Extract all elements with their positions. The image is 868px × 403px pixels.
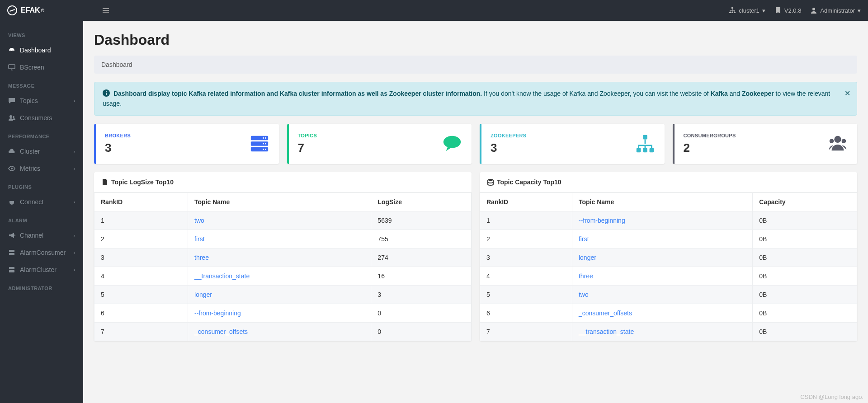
topic-link[interactable]: two	[579, 291, 589, 298]
user-menu[interactable]: Administrator ▾	[810, 7, 861, 14]
cell-rank: 6	[480, 304, 572, 322]
menu-collapse-button[interactable]	[99, 7, 113, 14]
table-logsize: RankID Topic Name LogSize 1two56392first…	[94, 192, 472, 341]
svg-point-26	[443, 136, 461, 148]
cell-value: 0	[371, 304, 472, 322]
chevron-right-icon: ›	[74, 233, 75, 238]
table-row: 1--from-beginning0B	[480, 211, 857, 230]
alert-lead: Dashboard display topic Kafka related in…	[113, 90, 482, 97]
stat-brokers[interactable]: BROKERS 3	[94, 124, 279, 164]
main-content: Dashboard Dashboard Dashboard display to…	[83, 21, 868, 352]
brand-logo[interactable]: EFAK ©	[7, 5, 44, 15]
panel-logsize: Topic LogSize Top10 RankID Topic Name Lo…	[94, 172, 472, 341]
alert-close-button[interactable]: ✕	[844, 88, 850, 99]
sidebar-item-label: AlarmConsumer	[20, 249, 66, 256]
alert-zookeeper-link[interactable]: Zookeeper	[742, 90, 774, 97]
col-rank: RankID	[480, 192, 572, 211]
topic-link[interactable]: first	[194, 235, 205, 243]
svg-point-21	[263, 137, 264, 139]
chevron-right-icon: ›	[74, 149, 75, 154]
topic-link[interactable]: two	[194, 217, 204, 224]
sidebar-item-label: AlarmCluster	[20, 266, 57, 273]
svg-rect-13	[9, 270, 14, 272]
cell-rank: 1	[94, 211, 188, 230]
sidebar-item-alarmconsumer[interactable]: AlarmConsumer›	[0, 244, 83, 261]
cell-rank: 7	[480, 322, 572, 341]
cell-rank: 1	[480, 211, 572, 230]
user-icon	[810, 7, 817, 14]
sidebar-section-title: PERFORMANCE	[0, 127, 83, 143]
sidebar-item-bscreen[interactable]: BScreen	[0, 59, 83, 76]
brand-logo-icon	[7, 5, 17, 15]
stat-topics[interactable]: TOPICS 7	[287, 124, 472, 164]
topic-link[interactable]: longer	[579, 254, 596, 261]
stat-topics-label: TOPICS	[298, 133, 317, 138]
cell-rank: 2	[94, 230, 188, 248]
cluster-label: cluster1	[739, 7, 760, 14]
sidebar-item-label: Metrics	[20, 165, 40, 172]
stat-zookeepers-label: ZOOKEEPERS	[491, 133, 526, 138]
cell-name: _consumer_offsets	[572, 304, 752, 322]
sidebar-item-connect[interactable]: Connect›	[0, 193, 83, 211]
stat-zookeepers[interactable]: ZOOKEEPERS 3	[480, 124, 665, 164]
alert-kafka-link[interactable]: Kafka	[711, 90, 728, 97]
topic-link[interactable]: --from-beginning	[579, 217, 625, 224]
table-row: 3three274	[94, 248, 472, 267]
sidebar-item-alarmcluster[interactable]: AlarmCluster›	[0, 261, 83, 278]
cell-value: 0B	[753, 322, 857, 341]
chevron-down-icon: ▾	[762, 7, 765, 14]
svg-point-20	[264, 137, 266, 139]
table-row: 7__transaction_state0B	[480, 322, 857, 341]
stat-consumergroups-label: CONSUMERGROUPS	[684, 133, 736, 138]
table-row: 7_consumer_offsets0	[94, 322, 472, 341]
server-icon	[8, 249, 15, 256]
version-badge[interactable]: V2.0.8	[774, 7, 802, 14]
table-row: 6--from-beginning0	[94, 304, 472, 322]
sidebar: VIEWSDashboardBScreenMESSAGETopics›Consu…	[0, 21, 83, 352]
cluster-selector[interactable]: cluster1 ▾	[729, 7, 765, 14]
topic-link[interactable]: longer	[194, 291, 212, 298]
cell-rank: 6	[94, 304, 188, 322]
cell-name: three	[188, 248, 371, 267]
stat-brokers-label: BROKERS	[105, 133, 131, 138]
brand-sup: ©	[41, 8, 44, 13]
cell-value: 5639	[371, 211, 472, 230]
sidebar-item-cluster[interactable]: Cluster›	[0, 143, 83, 160]
cell-name: --from-beginning	[188, 304, 371, 322]
svg-rect-30	[649, 148, 654, 153]
sidebar-item-label: Channel	[20, 232, 43, 239]
topic-link[interactable]: _consumer_offsets	[579, 309, 632, 317]
topic-link[interactable]: __transaction_state	[579, 328, 634, 335]
cell-value: 0B	[753, 304, 857, 322]
svg-rect-2	[731, 12, 733, 13]
sidebar-item-dashboard[interactable]: Dashboard	[0, 42, 83, 59]
topic-link[interactable]: --from-beginning	[194, 309, 241, 317]
panel-capacity: Topic Capacity Top10 RankID Topic Name C…	[480, 172, 857, 341]
topic-link[interactable]: _consumer_offsets	[194, 328, 248, 335]
sidebar-item-consumers[interactable]: Consumers	[0, 109, 83, 127]
cell-rank: 2	[480, 230, 572, 248]
stat-topics-value: 7	[298, 141, 317, 155]
col-name: Topic Name	[188, 192, 371, 211]
svg-rect-15	[106, 93, 107, 95]
sidebar-item-metrics[interactable]: Metrics›	[0, 160, 83, 177]
comment-icon	[442, 133, 462, 154]
sidebar-section-title: ALARM	[0, 211, 83, 227]
sidebar-item-label: Cluster	[20, 148, 40, 155]
cloud-icon	[8, 148, 15, 155]
sidebar-item-topics[interactable]: Topics›	[0, 92, 83, 109]
stat-consumergroups[interactable]: CONSUMERGROUPS 2	[673, 124, 858, 164]
svg-point-8	[13, 116, 14, 118]
sitemap-icon	[635, 133, 656, 154]
svg-rect-28	[636, 148, 641, 153]
topic-link[interactable]: three	[194, 254, 209, 261]
cell-rank: 5	[480, 285, 572, 304]
topic-link[interactable]: __transaction_state	[194, 272, 250, 280]
sidebar-item-channel[interactable]: Channel›	[0, 227, 83, 244]
table-row: 4__transaction_state16	[94, 267, 472, 285]
topic-link[interactable]: three	[579, 272, 593, 280]
cell-value: 274	[371, 248, 472, 267]
chevron-right-icon: ›	[74, 200, 75, 205]
chevron-right-icon: ›	[74, 267, 75, 272]
topic-link[interactable]: first	[579, 235, 589, 243]
